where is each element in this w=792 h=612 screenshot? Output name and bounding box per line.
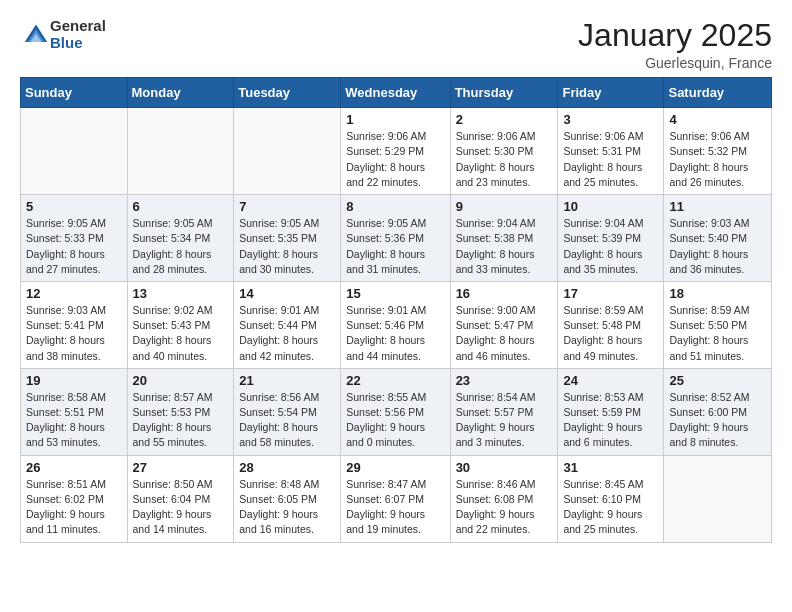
- day-number: 5: [26, 199, 122, 214]
- table-row: 14Sunrise: 9:01 AM Sunset: 5:44 PM Dayli…: [234, 281, 341, 368]
- table-row: [127, 108, 234, 195]
- day-info: Sunrise: 8:52 AM Sunset: 6:00 PM Dayligh…: [669, 390, 766, 451]
- calendar-title: January 2025: [578, 18, 772, 53]
- table-row: 7Sunrise: 9:05 AM Sunset: 5:35 PM Daylig…: [234, 195, 341, 282]
- day-number: 11: [669, 199, 766, 214]
- day-info: Sunrise: 9:04 AM Sunset: 5:39 PM Dayligh…: [563, 216, 658, 277]
- day-info: Sunrise: 8:55 AM Sunset: 5:56 PM Dayligh…: [346, 390, 444, 451]
- day-info: Sunrise: 8:53 AM Sunset: 5:59 PM Dayligh…: [563, 390, 658, 451]
- table-row: 12Sunrise: 9:03 AM Sunset: 5:41 PM Dayli…: [21, 281, 128, 368]
- day-number: 23: [456, 373, 553, 388]
- day-info: Sunrise: 8:50 AM Sunset: 6:04 PM Dayligh…: [133, 477, 229, 538]
- table-row: 23Sunrise: 8:54 AM Sunset: 5:57 PM Dayli…: [450, 368, 558, 455]
- day-info: Sunrise: 8:45 AM Sunset: 6:10 PM Dayligh…: [563, 477, 658, 538]
- table-row: 26Sunrise: 8:51 AM Sunset: 6:02 PM Dayli…: [21, 455, 128, 542]
- table-row: [664, 455, 772, 542]
- day-number: 19: [26, 373, 122, 388]
- logo-general-text: General: [50, 18, 106, 35]
- table-row: 9Sunrise: 9:04 AM Sunset: 5:38 PM Daylig…: [450, 195, 558, 282]
- day-info: Sunrise: 9:03 AM Sunset: 5:41 PM Dayligh…: [26, 303, 122, 364]
- table-row: 20Sunrise: 8:57 AM Sunset: 5:53 PM Dayli…: [127, 368, 234, 455]
- day-info: Sunrise: 8:51 AM Sunset: 6:02 PM Dayligh…: [26, 477, 122, 538]
- table-row: 27Sunrise: 8:50 AM Sunset: 6:04 PM Dayli…: [127, 455, 234, 542]
- title-block: January 2025 Guerlesquin, France: [578, 18, 772, 71]
- day-number: 17: [563, 286, 658, 301]
- table-row: 28Sunrise: 8:48 AM Sunset: 6:05 PM Dayli…: [234, 455, 341, 542]
- col-sunday: Sunday: [21, 78, 128, 108]
- day-number: 1: [346, 112, 444, 127]
- col-tuesday: Tuesday: [234, 78, 341, 108]
- calendar-week-row-3: 12Sunrise: 9:03 AM Sunset: 5:41 PM Dayli…: [21, 281, 772, 368]
- table-row: 16Sunrise: 9:00 AM Sunset: 5:47 PM Dayli…: [450, 281, 558, 368]
- day-number: 3: [563, 112, 658, 127]
- day-number: 22: [346, 373, 444, 388]
- day-number: 20: [133, 373, 229, 388]
- day-info: Sunrise: 9:00 AM Sunset: 5:47 PM Dayligh…: [456, 303, 553, 364]
- day-number: 25: [669, 373, 766, 388]
- calendar-week-row-4: 19Sunrise: 8:58 AM Sunset: 5:51 PM Dayli…: [21, 368, 772, 455]
- calendar-location: Guerlesquin, France: [578, 55, 772, 71]
- day-info: Sunrise: 9:06 AM Sunset: 5:29 PM Dayligh…: [346, 129, 444, 190]
- day-info: Sunrise: 8:46 AM Sunset: 6:08 PM Dayligh…: [456, 477, 553, 538]
- col-wednesday: Wednesday: [341, 78, 450, 108]
- day-number: 24: [563, 373, 658, 388]
- day-number: 10: [563, 199, 658, 214]
- day-info: Sunrise: 8:59 AM Sunset: 5:48 PM Dayligh…: [563, 303, 658, 364]
- table-row: 4Sunrise: 9:06 AM Sunset: 5:32 PM Daylig…: [664, 108, 772, 195]
- table-row: 5Sunrise: 9:05 AM Sunset: 5:33 PM Daylig…: [21, 195, 128, 282]
- day-number: 27: [133, 460, 229, 475]
- table-row: [21, 108, 128, 195]
- table-row: 15Sunrise: 9:01 AM Sunset: 5:46 PM Dayli…: [341, 281, 450, 368]
- day-info: Sunrise: 9:06 AM Sunset: 5:32 PM Dayligh…: [669, 129, 766, 190]
- table-row: 19Sunrise: 8:58 AM Sunset: 5:51 PM Dayli…: [21, 368, 128, 455]
- table-row: 30Sunrise: 8:46 AM Sunset: 6:08 PM Dayli…: [450, 455, 558, 542]
- day-info: Sunrise: 8:48 AM Sunset: 6:05 PM Dayligh…: [239, 477, 335, 538]
- table-row: 2Sunrise: 9:06 AM Sunset: 5:30 PM Daylig…: [450, 108, 558, 195]
- day-info: Sunrise: 9:03 AM Sunset: 5:40 PM Dayligh…: [669, 216, 766, 277]
- table-row: 18Sunrise: 8:59 AM Sunset: 5:50 PM Dayli…: [664, 281, 772, 368]
- day-info: Sunrise: 9:01 AM Sunset: 5:46 PM Dayligh…: [346, 303, 444, 364]
- table-row: 22Sunrise: 8:55 AM Sunset: 5:56 PM Dayli…: [341, 368, 450, 455]
- day-info: Sunrise: 8:58 AM Sunset: 5:51 PM Dayligh…: [26, 390, 122, 451]
- day-number: 2: [456, 112, 553, 127]
- day-number: 4: [669, 112, 766, 127]
- day-number: 31: [563, 460, 658, 475]
- logo-text: General Blue: [50, 18, 106, 51]
- table-row: [234, 108, 341, 195]
- table-row: 21Sunrise: 8:56 AM Sunset: 5:54 PM Dayli…: [234, 368, 341, 455]
- page: General Blue January 2025 Guerlesquin, F…: [0, 0, 792, 561]
- table-row: 11Sunrise: 9:03 AM Sunset: 5:40 PM Dayli…: [664, 195, 772, 282]
- table-row: 17Sunrise: 8:59 AM Sunset: 5:48 PM Dayli…: [558, 281, 664, 368]
- day-number: 6: [133, 199, 229, 214]
- day-info: Sunrise: 9:05 AM Sunset: 5:36 PM Dayligh…: [346, 216, 444, 277]
- day-info: Sunrise: 8:56 AM Sunset: 5:54 PM Dayligh…: [239, 390, 335, 451]
- table-row: 8Sunrise: 9:05 AM Sunset: 5:36 PM Daylig…: [341, 195, 450, 282]
- calendar-header-row: Sunday Monday Tuesday Wednesday Thursday…: [21, 78, 772, 108]
- logo: General Blue: [20, 18, 106, 51]
- table-row: 24Sunrise: 8:53 AM Sunset: 5:59 PM Dayli…: [558, 368, 664, 455]
- header: General Blue January 2025 Guerlesquin, F…: [20, 18, 772, 71]
- day-number: 21: [239, 373, 335, 388]
- day-info: Sunrise: 8:59 AM Sunset: 5:50 PM Dayligh…: [669, 303, 766, 364]
- day-number: 16: [456, 286, 553, 301]
- col-friday: Friday: [558, 78, 664, 108]
- day-number: 30: [456, 460, 553, 475]
- day-info: Sunrise: 9:06 AM Sunset: 5:31 PM Dayligh…: [563, 129, 658, 190]
- calendar-week-row-2: 5Sunrise: 9:05 AM Sunset: 5:33 PM Daylig…: [21, 195, 772, 282]
- day-info: Sunrise: 9:04 AM Sunset: 5:38 PM Dayligh…: [456, 216, 553, 277]
- table-row: 29Sunrise: 8:47 AM Sunset: 6:07 PM Dayli…: [341, 455, 450, 542]
- table-row: 1Sunrise: 9:06 AM Sunset: 5:29 PM Daylig…: [341, 108, 450, 195]
- table-row: 13Sunrise: 9:02 AM Sunset: 5:43 PM Dayli…: [127, 281, 234, 368]
- logo-icon: [22, 21, 50, 49]
- col-saturday: Saturday: [664, 78, 772, 108]
- day-info: Sunrise: 9:01 AM Sunset: 5:44 PM Dayligh…: [239, 303, 335, 364]
- calendar-table: Sunday Monday Tuesday Wednesday Thursday…: [20, 77, 772, 542]
- col-monday: Monday: [127, 78, 234, 108]
- day-number: 26: [26, 460, 122, 475]
- calendar-week-row-1: 1Sunrise: 9:06 AM Sunset: 5:29 PM Daylig…: [21, 108, 772, 195]
- day-info: Sunrise: 9:06 AM Sunset: 5:30 PM Dayligh…: [456, 129, 553, 190]
- table-row: 6Sunrise: 9:05 AM Sunset: 5:34 PM Daylig…: [127, 195, 234, 282]
- table-row: 25Sunrise: 8:52 AM Sunset: 6:00 PM Dayli…: [664, 368, 772, 455]
- col-thursday: Thursday: [450, 78, 558, 108]
- day-number: 9: [456, 199, 553, 214]
